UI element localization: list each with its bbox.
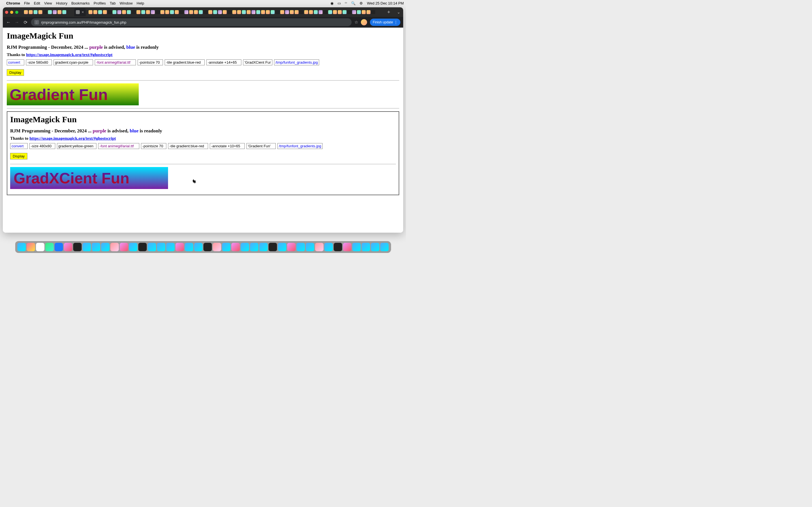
dock-app[interactable] — [45, 243, 54, 251]
dock-app[interactable] — [139, 243, 147, 251]
tab-overflow-button[interactable]: ⌄ — [394, 10, 403, 14]
menu-view[interactable]: View — [44, 1, 52, 5]
cmd-size[interactable] — [26, 59, 52, 65]
dock-app[interactable] — [36, 243, 45, 251]
thanks-link[interactable]: https://usage.imagemagick.org/text/#ghos… — [26, 52, 112, 57]
cmd-gradient[interactable] — [54, 59, 93, 65]
dock-app[interactable] — [92, 243, 100, 251]
url-text: rjmprogramming.com.au/PHP/imagemagick_fu… — [41, 20, 126, 24]
dock-app[interactable] — [73, 243, 82, 251]
dock-app[interactable] — [352, 243, 361, 251]
site-info-icon[interactable]: ⋮ — [35, 20, 39, 24]
dock-app[interactable] — [55, 243, 63, 251]
dock-app[interactable] — [269, 243, 277, 251]
menu-tab[interactable]: Tab — [110, 1, 116, 5]
now-playing-icon[interactable]: ◉ — [331, 1, 334, 5]
window-minimize-button[interactable] — [10, 11, 13, 14]
chrome-window: ✕ + ⌄ ← → ⟳ ⋮ rjmprogramming.com.au/PHP/… — [3, 7, 403, 233]
dock-app[interactable] — [213, 243, 221, 251]
dock-app[interactable] — [306, 243, 314, 251]
reload-button[interactable]: ⟳ — [22, 20, 28, 25]
address-bar[interactable]: ⋮ rjmprogramming.com.au/PHP/imagemagick_… — [31, 18, 352, 26]
profile-avatar[interactable] — [361, 19, 367, 25]
spotlight-icon[interactable]: 🔍 — [351, 1, 356, 5]
bookmark-star-icon[interactable]: ☆ — [354, 20, 358, 25]
cmd-pointsize[interactable] — [138, 59, 163, 65]
inner-cmd-text[interactable] — [246, 143, 276, 149]
inner-cmd-pointsize[interactable] — [141, 143, 166, 149]
inner-thanks-link[interactable]: https://usage.imagemagick.org/text/#ghos… — [29, 136, 116, 140]
page-viewport[interactable]: ImageMagick Fun RJM Programming - Decemb… — [3, 27, 403, 233]
dock-app[interactable] — [380, 243, 389, 251]
dock-app[interactable] — [194, 243, 203, 251]
dock-app[interactable] — [129, 243, 138, 251]
menu-file[interactable]: File — [24, 1, 30, 5]
dock-app[interactable] — [101, 243, 110, 251]
dock-app[interactable] — [204, 243, 212, 251]
inner-cmd-output[interactable] — [277, 143, 322, 149]
dock-app[interactable] — [222, 243, 231, 251]
back-button[interactable]: ← — [6, 20, 11, 25]
cmd-convert[interactable] — [7, 59, 24, 65]
menubar-app-name[interactable]: Chrome — [6, 1, 20, 5]
inner-cmd-font[interactable] — [98, 143, 139, 149]
dock-app[interactable] — [371, 243, 379, 251]
dock-app[interactable] — [250, 243, 259, 251]
inner-cmd-annotate[interactable] — [210, 143, 245, 149]
inner-cmd-tile[interactable] — [168, 143, 208, 149]
dock-app[interactable] — [278, 243, 287, 251]
gradient-image-2-text: GradXCient Fun — [13, 169, 130, 187]
display-button[interactable]: Display — [7, 69, 24, 76]
dock-app[interactable] — [334, 243, 342, 251]
menu-window[interactable]: Window — [119, 1, 133, 5]
dock-app[interactable] — [17, 243, 26, 251]
dock-app[interactable] — [362, 243, 370, 251]
dock-app[interactable] — [110, 243, 119, 251]
pinned-tabs-group-1[interactable] — [22, 10, 73, 14]
control-center-icon[interactable]: ⚙ — [359, 1, 363, 5]
dock-app[interactable] — [83, 243, 91, 251]
window-zoom-button[interactable] — [15, 11, 18, 14]
dock-app[interactable] — [175, 243, 184, 251]
cmd-annotate[interactable] — [206, 59, 241, 65]
dock-app[interactable] — [241, 243, 249, 251]
cmd-text[interactable] — [243, 59, 272, 65]
inner-cmd-gradient[interactable] — [57, 143, 96, 149]
inner-display-button[interactable]: Display — [10, 153, 28, 159]
cmd-font[interactable] — [95, 59, 136, 65]
dock-app[interactable] — [343, 243, 352, 251]
active-tab[interactable]: ✕ — [74, 8, 86, 16]
dock-app[interactable] — [27, 243, 35, 251]
menu-profiles[interactable]: Profiles — [94, 1, 106, 5]
macos-dock[interactable] — [15, 241, 391, 253]
menu-bookmarks[interactable]: Bookmarks — [71, 1, 90, 5]
dock-app[interactable] — [315, 243, 324, 251]
dock-app[interactable] — [120, 243, 128, 251]
dock-app[interactable] — [324, 243, 333, 251]
new-tab-button[interactable]: + — [384, 9, 393, 15]
window-close-button[interactable] — [5, 11, 8, 14]
dock-app[interactable] — [287, 243, 296, 251]
wifi-icon[interactable]: ⌔ — [345, 1, 347, 5]
dock-app[interactable] — [185, 243, 193, 251]
menu-edit[interactable]: Edit — [34, 1, 40, 5]
pinned-tabs-group-2[interactable] — [87, 10, 383, 14]
cmd-tile[interactable] — [165, 59, 205, 65]
battery-icon[interactable]: ▭ — [338, 1, 341, 5]
dock-app[interactable] — [166, 243, 175, 251]
finish-update-button[interactable]: Finish update ⋮ — [370, 18, 400, 26]
dock-app[interactable] — [64, 243, 72, 251]
dock-app[interactable] — [297, 243, 305, 251]
forward-button[interactable]: → — [14, 20, 20, 25]
menu-history[interactable]: History — [56, 1, 67, 5]
dock-app[interactable] — [259, 243, 268, 251]
menubar-clock[interactable]: Wed 25 Dec 10:14 PM — [367, 1, 404, 5]
cmd-output[interactable] — [274, 59, 319, 65]
dock-app[interactable] — [148, 243, 156, 251]
dock-app[interactable] — [157, 243, 165, 251]
dock-app[interactable] — [232, 243, 240, 251]
tab-close-icon[interactable]: ✕ — [82, 10, 84, 14]
inner-cmd-convert[interactable] — [10, 143, 28, 149]
inner-cmd-size[interactable] — [29, 143, 55, 149]
menu-help[interactable]: Help — [137, 1, 144, 5]
